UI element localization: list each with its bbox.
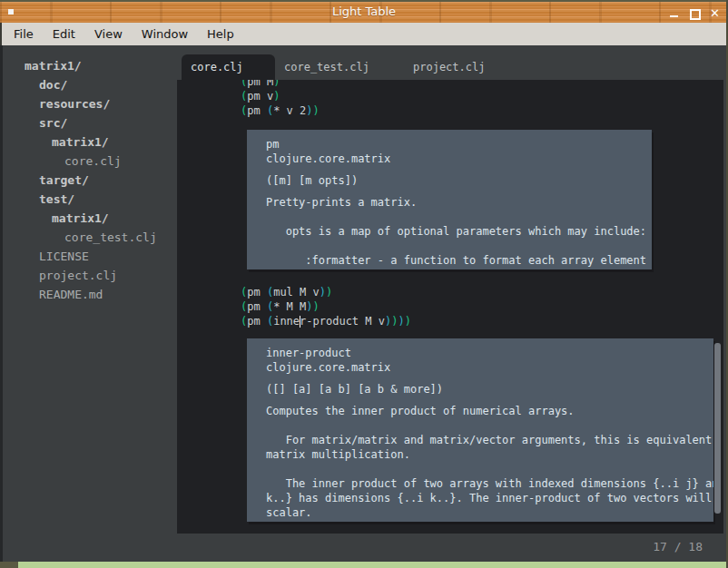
doc-popup-inner-product: inner-productclojure.core.matrix([] [a] …: [247, 338, 713, 522]
doc-line: matrix multiplication.: [266, 447, 713, 462]
code-line[interactable]: (pm (mul M v)): [241, 285, 411, 299]
tab-core-test-clj[interactable]: core_test.clj: [284, 54, 369, 80]
code-line[interactable]: (pm v): [241, 89, 320, 103]
doc-paragraph: opts is a map of optional parameters whi…: [266, 224, 652, 239]
doc-line: opts is a map of optional parameters whi…: [266, 224, 652, 239]
doc-line: clojure.core.matrix: [266, 152, 652, 166]
window-controls: ✕: [669, 2, 721, 24]
doc-line: Computes the inner product of numerical …: [266, 404, 713, 418]
code-line[interactable]: (pm M): [241, 80, 320, 89]
desktop-strip: [0, 562, 728, 568]
tree-item-project-clj[interactable]: project.clj: [3, 266, 175, 285]
doc-line: ([m] [m opts]): [266, 173, 652, 188]
scrollbar-thumb[interactable]: [714, 343, 721, 514]
close-button[interactable]: ✕: [709, 7, 721, 19]
desktop-strip-corner: [0, 562, 18, 568]
tree-item-license[interactable]: LICENSE: [3, 247, 175, 266]
menu-item-help[interactable]: Help: [204, 25, 237, 43]
doc-paragraph: The inner product of two arrays with ind…: [266, 476, 713, 520]
tree-item-readme-md[interactable]: README.md: [3, 285, 175, 304]
doc-line: For matrix/matrix and matrix/vector argu…: [266, 433, 713, 447]
tree-item-core-clj[interactable]: core.clj: [3, 152, 175, 171]
doc-line: k..} has dimensions {..i k..}. The inner…: [266, 491, 713, 505]
doc-line: pm: [266, 137, 652, 152]
menu-item-view[interactable]: View: [92, 25, 125, 43]
doc-paragraph: ([m] [m opts]): [266, 173, 652, 188]
doc-paragraph: ([] [a] [a b] [a b & more]): [266, 382, 713, 397]
tab-project-clj[interactable]: project.clj: [413, 54, 485, 80]
doc-line: Pretty-prints a matrix.: [266, 195, 652, 210]
tree-item-test[interactable]: test/: [3, 190, 175, 209]
maximize-button[interactable]: [689, 7, 701, 19]
doc-paragraph: Computes the inner product of numerical …: [266, 404, 713, 418]
code-line[interactable]: (pm (inner-product M v)))): [241, 314, 411, 328]
tree-item-matrix1[interactable]: matrix1/: [3, 56, 175, 75]
cursor-position-indicator: 17 / 18: [653, 538, 703, 556]
tree-item-resources[interactable]: resources/: [3, 94, 175, 113]
doc-line: :formatter - a function to format each a…: [266, 253, 652, 268]
doc-paragraph: Pretty-prints a matrix.: [266, 195, 652, 210]
tree-item-core-test-clj[interactable]: core_test.clj: [3, 228, 175, 247]
menu-item-window[interactable]: Window: [139, 25, 191, 43]
doc-line: The inner product of two arrays with ind…: [266, 476, 713, 491]
doc-paragraph: inner-productclojure.core.matrix: [266, 346, 713, 375]
workspace-file-tree: matrix1/doc/resources/src/matrix1/core.c…: [3, 56, 175, 304]
tab-core-clj[interactable]: core.clj: [182, 54, 275, 80]
code-editor[interactable]: (pm M)(pm v)(pm (* v 2)) pmclojure.core.…: [177, 80, 723, 534]
doc-line: ([] [a] [a b] [a b & more]): [266, 382, 713, 397]
doc-line: inner-product: [266, 346, 713, 360]
tree-item-matrix1[interactable]: matrix1/: [3, 209, 175, 228]
code-line[interactable]: (pm (* v 2)): [241, 103, 320, 118]
minimize-button[interactable]: [669, 7, 681, 19]
menu-item-edit[interactable]: Edit: [50, 25, 78, 43]
menu-item-file[interactable]: File: [11, 25, 36, 43]
code-block: (pm M)(pm v)(pm (* v 2)): [241, 80, 320, 118]
doc-line: clojure.core.matrix: [266, 360, 713, 375]
tabbar: core.cljcore_test.cljproject.clj: [177, 53, 723, 80]
code-block: (pm (mul M v))(pm (* M M))(pm (inner-pro…: [241, 285, 411, 328]
doc-paragraph: pmclojure.core.matrix: [266, 137, 652, 166]
titlebar[interactable]: Light Table ✕: [0, 0, 728, 23]
tree-item-matrix1[interactable]: matrix1/: [3, 132, 175, 152]
menubar: FileEditViewWindowHelp: [0, 23, 728, 45]
window-title: Light Table: [0, 5, 728, 18]
light-table-window: Light Table ✕ FileEditViewWindowHelp mat…: [0, 0, 728, 568]
doc-paragraph: For matrix/matrix and matrix/vector argu…: [266, 433, 713, 462]
code-line[interactable]: (pm (* M M)): [241, 299, 411, 314]
tree-item-doc[interactable]: doc/: [3, 75, 175, 94]
doc-paragraph: :formatter - a function to format each a…: [266, 253, 652, 268]
tree-item-target[interactable]: target/: [3, 171, 175, 190]
tree-item-src[interactable]: src/: [3, 113, 175, 132]
doc-line: scalar.: [266, 505, 713, 520]
doc-popup-pm: pmclojure.core.matrix([m] [m opts])Prett…: [247, 130, 652, 269]
